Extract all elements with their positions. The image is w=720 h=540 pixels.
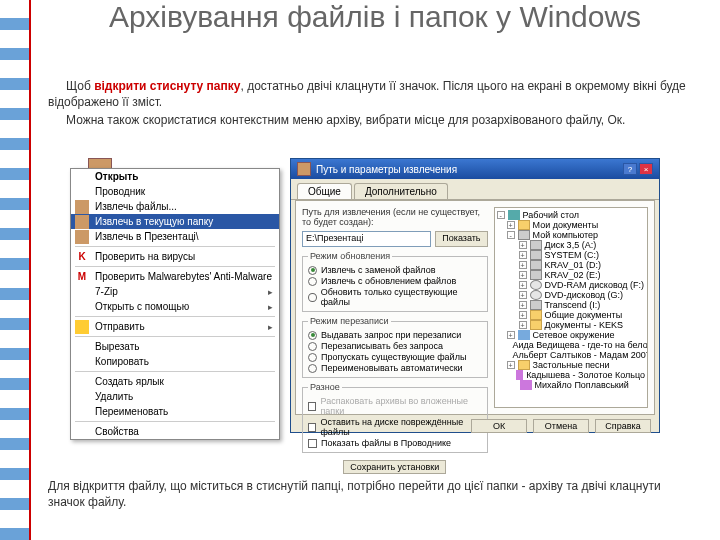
- archive-icon: [75, 215, 89, 229]
- radio-option[interactable]: Перезаписывать без запроса: [308, 341, 482, 351]
- tree-row[interactable]: Альберт Салтыков - Мадам 2007: [497, 350, 645, 360]
- tab-general[interactable]: Общие: [297, 183, 352, 199]
- tree-row[interactable]: +Застольные песни: [497, 360, 645, 370]
- drive-icon: [530, 270, 542, 280]
- context-menu-item[interactable]: Проводник: [71, 184, 279, 199]
- tree-row[interactable]: +SYSTEM (C:): [497, 250, 645, 260]
- overwrite-mode-group: Режим перезаписи Выдавать запрос при пер…: [302, 316, 488, 378]
- close-icon[interactable]: ×: [639, 163, 653, 175]
- cd-icon: [530, 280, 542, 290]
- tab-advanced[interactable]: Дополнительно: [354, 183, 448, 199]
- help-button[interactable]: Справка: [595, 419, 651, 433]
- expand-icon[interactable]: -: [497, 211, 505, 219]
- context-menu-item[interactable]: Свойства: [71, 424, 279, 439]
- path-label: Путь для извлечения (если не существует,…: [302, 207, 488, 227]
- cancel-button[interactable]: Отмена: [533, 419, 589, 433]
- radio-option[interactable]: Выдавать запрос при перезаписи: [308, 330, 482, 340]
- tree-row[interactable]: +Сетевое окружение: [497, 330, 645, 340]
- expand-icon[interactable]: +: [519, 281, 527, 289]
- folder-tree[interactable]: -Рабочий стол+Мои документы-Мой компьюте…: [494, 207, 648, 408]
- context-menu-label: Переименовать: [95, 406, 168, 417]
- tree-row[interactable]: +DVD-дисковод (G:): [497, 290, 645, 300]
- tree-row[interactable]: Кадышева - Золотое Кольцо: [497, 370, 645, 380]
- tree-label: Общие документы: [545, 310, 623, 320]
- tree-row[interactable]: +KRAV_01 (D:): [497, 260, 645, 270]
- context-menu-item[interactable]: Переименовать: [71, 404, 279, 419]
- context-menu-label: Создать ярлык: [95, 376, 164, 387]
- tree-row[interactable]: +Общие документы: [497, 310, 645, 320]
- radio-option[interactable]: Обновить только существующие файлы: [308, 287, 482, 307]
- tree-row[interactable]: +Диск 3,5 (A:): [497, 240, 645, 250]
- tree-row[interactable]: -Мой компьютер: [497, 230, 645, 240]
- expand-icon[interactable]: +: [507, 221, 515, 229]
- drive-icon: [530, 250, 542, 260]
- context-menu-item[interactable]: Извлечь файлы...: [71, 199, 279, 214]
- context-menu-item[interactable]: Открыть: [71, 169, 279, 184]
- tree-label: Мой компьютер: [533, 230, 599, 240]
- slide-accent-border: [0, 0, 30, 540]
- expand-icon[interactable]: +: [519, 271, 527, 279]
- tree-row[interactable]: +DVD-RAM дисковод (F:): [497, 280, 645, 290]
- context-menu-label: Открыть с помощью: [95, 301, 189, 312]
- drive-icon: [518, 230, 530, 240]
- context-menu-item[interactable]: Отправить: [71, 319, 279, 334]
- tree-row[interactable]: Михайло Поплавський: [497, 380, 645, 390]
- context-menu-item[interactable]: Извлечь в Презентаці\: [71, 229, 279, 244]
- para2: Можна також скористатися контекстним мен…: [48, 112, 690, 128]
- expand-icon[interactable]: +: [519, 261, 527, 269]
- help-button-icon[interactable]: ?: [623, 163, 637, 175]
- context-menu: ОткрытьПроводникИзвлечь файлы...Извлечь …: [70, 168, 280, 440]
- shield-icon: K: [75, 250, 89, 264]
- context-menu-item[interactable]: KПроверить на вирусы: [71, 249, 279, 264]
- context-menu-item[interactable]: MПроверить Malwarebytes' Anti-Malware: [71, 269, 279, 284]
- tree-row[interactable]: +Документы - KEKS: [497, 320, 645, 330]
- context-menu-item[interactable]: Удалить: [71, 389, 279, 404]
- expand-icon[interactable]: -: [507, 231, 515, 239]
- radio-option[interactable]: Пропускать существующие файлы: [308, 352, 482, 362]
- expand-icon[interactable]: +: [519, 301, 527, 309]
- folder-icon: [518, 360, 530, 370]
- context-menu-label: Копировать: [95, 356, 149, 367]
- tree-label: Застольные песни: [533, 360, 610, 370]
- path-input[interactable]: E:\Презентаці: [302, 231, 431, 247]
- expand-icon[interactable]: +: [519, 241, 527, 249]
- context-menu-item[interactable]: Извлечь в текущую папку: [71, 214, 279, 229]
- expand-icon[interactable]: +: [519, 291, 527, 299]
- tree-label: Михайло Поплавський: [535, 380, 629, 390]
- radio-option[interactable]: Переименовывать автоматически: [308, 363, 482, 373]
- context-menu-item[interactable]: Копировать: [71, 354, 279, 369]
- tree-label: DVD-RAM дисковод (F:): [545, 280, 645, 290]
- tree-row[interactable]: -Рабочий стол: [497, 210, 645, 220]
- chk-show-explorer[interactable]: Показать файлы в Проводнике: [308, 438, 482, 448]
- context-menu-item[interactable]: 7-Zip: [71, 284, 279, 299]
- expand-icon[interactable]: +: [507, 331, 515, 339]
- drive-icon: [530, 300, 542, 310]
- context-menu-item[interactable]: Создать ярлык: [71, 374, 279, 389]
- show-button[interactable]: Показать: [435, 231, 487, 247]
- radio-option[interactable]: Извлечь с заменой файлов: [308, 265, 482, 275]
- dialog-titlebar[interactable]: Путь и параметры извлечения ? ×: [291, 159, 659, 179]
- tree-row[interactable]: +KRAV_02 (E:): [497, 270, 645, 280]
- tree-row[interactable]: +Мои документы: [497, 220, 645, 230]
- tree-row[interactable]: +Transcend (I:): [497, 300, 645, 310]
- context-menu-item[interactable]: Вырезать: [71, 339, 279, 354]
- update-legend: Режим обновления: [308, 251, 392, 261]
- expand-icon[interactable]: +: [519, 251, 527, 259]
- desktop-icon: [508, 210, 520, 220]
- expand-icon[interactable]: +: [519, 311, 527, 319]
- ok-button[interactable]: ОК: [471, 419, 527, 433]
- save-settings-button[interactable]: Сохранить установки: [343, 460, 446, 474]
- tree-label: DVD-дисковод (G:): [545, 290, 624, 300]
- audio-icon: [520, 380, 532, 390]
- expand-icon[interactable]: +: [519, 321, 527, 329]
- expand-icon[interactable]: +: [507, 361, 515, 369]
- dialog-title-text: Путь и параметры извлечения: [316, 164, 457, 175]
- archive-icon: [75, 200, 89, 214]
- winrar-icon: [297, 162, 311, 176]
- radio-option[interactable]: Извлечь с обновлением файлов: [308, 276, 482, 286]
- audio-icon: [516, 370, 523, 380]
- tree-row[interactable]: Аида Ведищева - где-то на белом св: [497, 340, 645, 350]
- tree-label: Альберт Салтыков - Мадам 2007: [513, 350, 648, 360]
- chk-leave-broken[interactable]: Оставить на диске повреждённые файлы: [308, 417, 482, 437]
- context-menu-item[interactable]: Открыть с помощью: [71, 299, 279, 314]
